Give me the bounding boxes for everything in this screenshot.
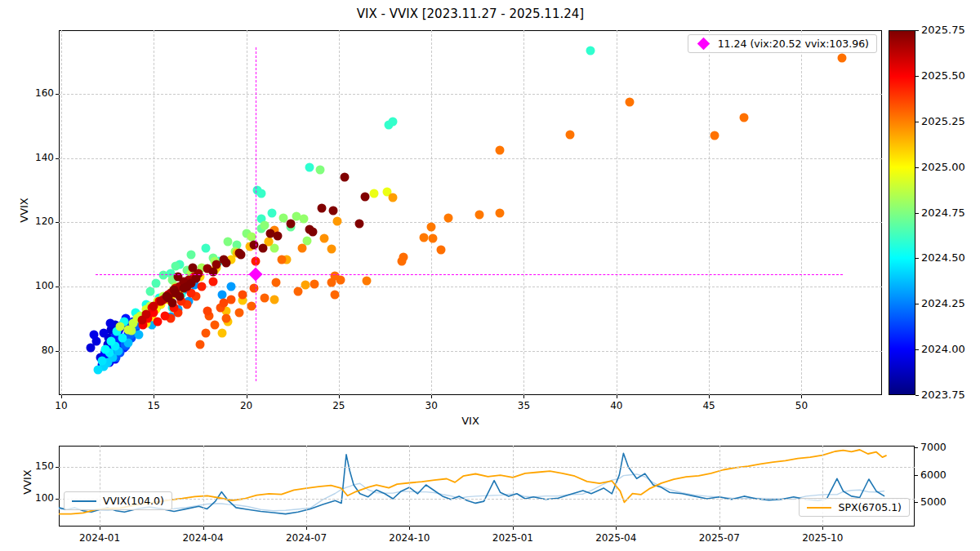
- main-gridline-v: [523, 30, 524, 395]
- bottom-gridline-h: [59, 499, 915, 500]
- scatter-point: [740, 113, 749, 122]
- scatter-point: [331, 291, 340, 300]
- scatter-point: [309, 227, 318, 236]
- scatter-point: [256, 189, 265, 198]
- main-y-tick-label: 120: [23, 216, 54, 227]
- scatter-point: [201, 243, 210, 252]
- colorbar-tick-label: 2023.75: [921, 389, 965, 401]
- bottom-x-tick-label: 2024-07: [278, 532, 334, 544]
- scatter-point: [297, 243, 306, 252]
- scatter-point: [399, 252, 408, 261]
- main-x-tick-label: 35: [511, 400, 536, 411]
- scatter-point: [427, 223, 436, 232]
- main-x-axis-label: VIX: [59, 415, 882, 427]
- scatter-point: [221, 314, 230, 323]
- scatter-point: [329, 207, 338, 216]
- timeseries-svg: [60, 447, 915, 527]
- bottom-x-tick-label: 2024-10: [381, 532, 437, 544]
- vvix-line: [59, 453, 884, 513]
- bottom-x-tick: [513, 527, 514, 530]
- bottom-gridline-v: [100, 446, 100, 527]
- vvix-legend-label: VVIX(104.0): [103, 495, 164, 507]
- scatter-point: [475, 211, 484, 220]
- colorbar-tick: [915, 167, 919, 168]
- scatter-point: [586, 47, 595, 56]
- scatter-point: [261, 293, 270, 302]
- chart-title: VIX - VVIX [2023.11.27 - 2025.11.24]: [59, 7, 882, 21]
- main-x-tick: [154, 395, 154, 398]
- bottom-right-tick-label: 7000: [920, 441, 947, 453]
- colorbar: [889, 30, 915, 395]
- scatter-point: [89, 331, 98, 340]
- scatter-point: [208, 278, 217, 287]
- main-gridline-h: [59, 351, 882, 352]
- main-gridline-v: [801, 30, 802, 395]
- scatter-point: [388, 117, 397, 126]
- scatter-point: [167, 298, 176, 307]
- scatter-point: [227, 282, 236, 291]
- colorbar-tick: [915, 30, 919, 31]
- scatter-point: [100, 329, 109, 338]
- scatter-point: [566, 130, 575, 139]
- scatter-point: [236, 250, 245, 259]
- scatter-point: [220, 298, 229, 307]
- scatter-point: [208, 268, 217, 277]
- scatter-point: [160, 311, 169, 320]
- colorbar-tick: [915, 213, 919, 214]
- scatter-point: [234, 308, 243, 317]
- main-x-tick-label: 30: [419, 400, 443, 411]
- scatter-point: [249, 284, 258, 293]
- scatter-point: [362, 277, 371, 286]
- main-y-tick: [56, 351, 59, 352]
- scatter-point: [266, 229, 275, 238]
- scatter-point: [270, 295, 278, 304]
- main-y-tick: [56, 94, 59, 95]
- bottom-x-tick-label: 2024-01: [72, 532, 127, 544]
- bottom-gridline-v: [409, 446, 410, 527]
- colorbar-tick-label: 2025.00: [921, 161, 965, 173]
- main-gridline-v: [431, 30, 432, 395]
- scatter-point: [218, 329, 227, 338]
- scatter-point: [258, 244, 267, 253]
- bottom-x-tick-label: 2025-07: [692, 532, 747, 544]
- scatter-point: [268, 209, 277, 218]
- scatter-point: [496, 145, 505, 154]
- bottom-right-tick: [915, 447, 918, 448]
- colorbar-tick: [915, 304, 919, 304]
- main-x-tick: [709, 395, 710, 398]
- scatter-point: [277, 256, 286, 264]
- main-x-tick: [431, 395, 432, 398]
- scatter-point: [625, 98, 634, 107]
- main-gridline-v: [154, 30, 154, 395]
- main-x-tick: [801, 395, 802, 398]
- scatter-point: [186, 250, 195, 259]
- colorbar-tick-label: 2025.75: [921, 24, 965, 36]
- main-x-tick: [339, 395, 340, 398]
- crosshair-horizontal-line: [96, 274, 843, 275]
- scatter-point: [360, 193, 369, 202]
- bottom-gridline-v: [203, 446, 204, 527]
- scatter-point: [443, 213, 452, 222]
- bottom-gridline-v: [719, 446, 720, 527]
- bottom-x-tick: [203, 527, 204, 530]
- bottom-gridline-v: [513, 446, 514, 527]
- scatter-point: [318, 204, 327, 213]
- colorbar-tick-label: 2024.25: [921, 297, 965, 309]
- scatter-legend-label: 11.24 (vix:20.52 vvix:103.96): [718, 38, 869, 50]
- main-gridline-h: [59, 94, 882, 95]
- spx-legend: SPX(6705.1): [799, 498, 910, 517]
- bottom-right-tick: [915, 475, 918, 476]
- scatter-point: [332, 216, 341, 225]
- spx-legend-label: SPX(6705.1): [838, 501, 902, 513]
- colorbar-tick: [915, 76, 919, 77]
- bottom-x-tick: [306, 527, 307, 530]
- main-gridline-v: [617, 30, 617, 395]
- scatter-point: [420, 233, 429, 242]
- scatter-point: [710, 131, 719, 140]
- main-y-tick: [56, 287, 59, 287]
- scatter-point: [286, 220, 295, 229]
- scatter-point: [247, 301, 256, 310]
- scatter-point: [294, 287, 303, 296]
- main-y-tick: [56, 158, 59, 159]
- bottom-x-tick: [719, 527, 720, 530]
